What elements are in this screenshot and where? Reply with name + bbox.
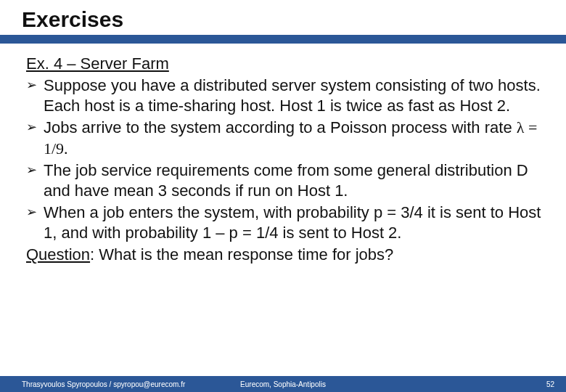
- bullet-item: Suppose you have a distributed server sy…: [26, 75, 544, 116]
- bullet-text: The job service requirements come from s…: [44, 161, 528, 200]
- footer-center: Eurecom, Sophia-Antipolis: [240, 380, 326, 388]
- bullet-list: Suppose you have a distributed server sy…: [26, 75, 544, 243]
- footer-left: Thrasyvoulos Spyropoulos / spyropou@eure…: [22, 380, 185, 388]
- question-label: Question: [26, 245, 90, 264]
- slide: Exercises Ex. 4 – Server Farm Suppose yo…: [0, 0, 566, 392]
- slide-title: Exercises: [22, 7, 566, 32]
- bullet-item: Jobs arrive to the system according to a…: [26, 118, 544, 158]
- bullet-item: The job service requirements come from s…: [26, 160, 544, 201]
- bullet-text: When a job enters the system, with proba…: [44, 203, 541, 242]
- question-line: Question: What is the mean response time…: [26, 245, 544, 265]
- footer-bar: Thrasyvoulos Spyropoulos / spyropou@eure…: [0, 376, 566, 392]
- bullet-text: Suppose you have a distributed server sy…: [44, 76, 541, 115]
- bullet-item: When a job enters the system, with proba…: [26, 203, 544, 243]
- title-bar: Exercises: [0, 0, 566, 44]
- slide-content: Ex. 4 – Server Farm Suppose you have a d…: [0, 44, 566, 266]
- exercise-heading: Ex. 4 – Server Farm: [26, 54, 544, 74]
- bullet-text: Jobs arrive to the system according to a…: [44, 118, 517, 136]
- footer-page-number: 52: [546, 380, 554, 388]
- question-text: : What is the mean response time for job…: [90, 245, 393, 264]
